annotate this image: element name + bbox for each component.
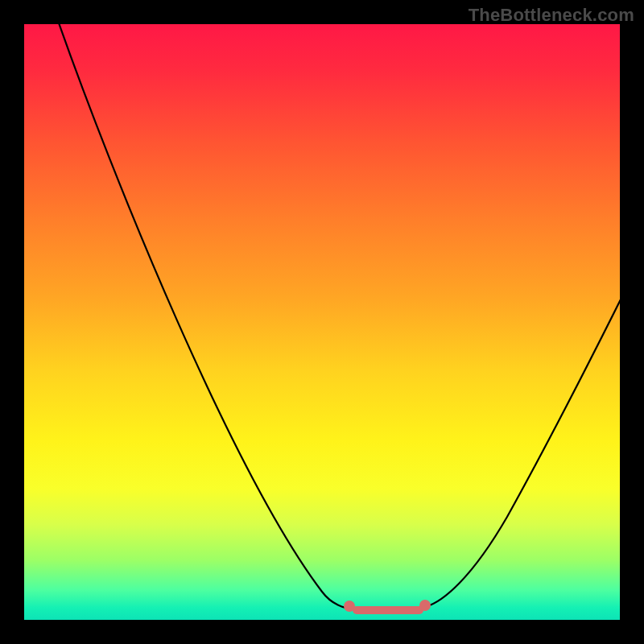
chart-frame: TheBottleneck.com — [0, 0, 644, 644]
marker-bar — [353, 606, 423, 614]
optimal-markers — [24, 24, 620, 620]
marker-dot-right — [419, 600, 431, 611]
plot-area — [24, 24, 620, 620]
watermark-text: TheBottleneck.com — [469, 5, 634, 26]
